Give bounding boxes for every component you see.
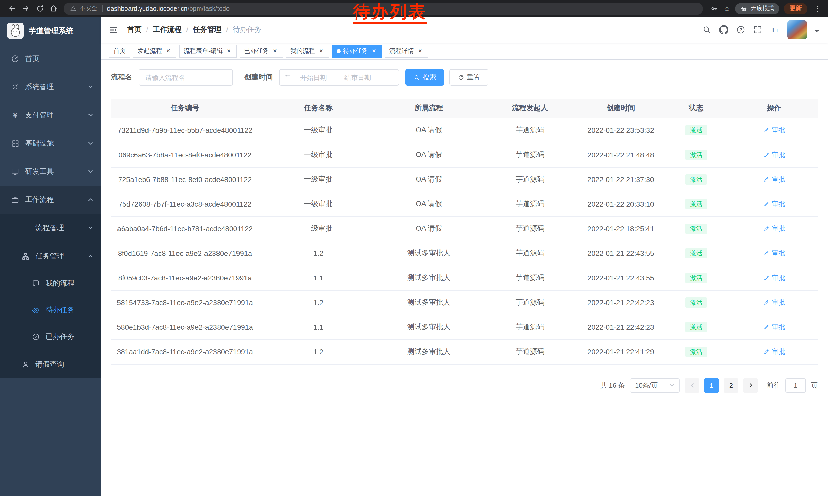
- menu-label: 流程管理: [35, 223, 64, 232]
- tab-7[interactable]: 流程详情×: [385, 44, 428, 58]
- goto-page-input[interactable]: [785, 378, 806, 393]
- url-host: dashboard.yudao.iocoder.cn: [107, 5, 188, 12]
- font-size-icon[interactable]: TT: [770, 25, 780, 35]
- github-icon[interactable]: [719, 25, 729, 34]
- password-key-icon[interactable]: [709, 2, 719, 15]
- approve-link[interactable]: 审批: [763, 298, 785, 307]
- approve-link[interactable]: 审批: [763, 126, 785, 135]
- update-button[interactable]: 更新: [784, 3, 808, 14]
- app-logo[interactable]: 芋道管理系统: [0, 17, 100, 45]
- tab-5[interactable]: 我的流程×: [286, 44, 329, 58]
- sidebar-item-process-management[interactable]: 流程管理: [0, 214, 100, 242]
- cell-starter: 芋道源码: [480, 290, 580, 315]
- incognito-badge: 无痕模式: [735, 3, 779, 14]
- tab-close-icon[interactable]: ×: [225, 47, 233, 55]
- sidebar-item-leave-query[interactable]: 请假查询: [0, 350, 100, 378]
- cell-starter: 芋道源码: [480, 192, 580, 216]
- top-navbar: 首页 / 工作流程 / 任务管理 / 待办任务 ?: [100, 17, 828, 43]
- process-name-label: 流程名: [111, 73, 132, 82]
- tab-6[interactable]: 待办任务×: [332, 44, 382, 58]
- page-size-select[interactable]: 10条/页: [630, 378, 680, 393]
- tab-close-icon[interactable]: ×: [370, 47, 378, 55]
- table-row: 381aa1dd-7ac8-11ec-a9e2-a2380e71991a1.2测…: [111, 339, 818, 364]
- page-button-1[interactable]: 1: [704, 378, 719, 393]
- cell-task-name: 一级审批: [259, 216, 378, 241]
- sidebar-item-todo-tasks[interactable]: 待办任务: [0, 297, 100, 324]
- date-range-picker[interactable]: -: [279, 69, 399, 86]
- sidebar-item-workflow[interactable]: 工作流程: [0, 186, 100, 214]
- calendar-icon: [284, 74, 291, 81]
- approve-link[interactable]: 审批: [763, 322, 785, 332]
- sidebar-item-infrastructure[interactable]: 基础设施: [0, 129, 100, 157]
- approve-link[interactable]: 审批: [763, 347, 785, 356]
- sidebar-toggle-icon[interactable]: [109, 25, 119, 35]
- range-separator: -: [334, 74, 337, 81]
- search-icon[interactable]: [702, 25, 711, 34]
- workflow-submenu: 流程管理 任务管理 我的流程: [0, 214, 100, 378]
- browser-menu-icon[interactable]: ⋮: [812, 4, 823, 13]
- cell-task-id: 381aa1dd-7ac8-11ec-a9e2-a2380e71991a: [111, 339, 259, 364]
- sidebar-item-system[interactable]: 系统管理: [0, 73, 100, 101]
- tab-close-icon[interactable]: ×: [417, 47, 424, 55]
- approve-link[interactable]: 审批: [763, 150, 785, 159]
- cell-status: 激活: [662, 118, 731, 142]
- approve-link[interactable]: 审批: [763, 199, 785, 209]
- sidebar-item-done-tasks[interactable]: 已办任务: [0, 324, 100, 350]
- browser-forward-icon[interactable]: [19, 2, 33, 15]
- sidebar-item-task-management[interactable]: 任务管理: [0, 242, 100, 270]
- browser-home-icon[interactable]: [47, 2, 60, 15]
- fullscreen-icon[interactable]: [753, 25, 762, 34]
- chevron-up-icon: [88, 197, 93, 202]
- help-question-icon[interactable]: ?: [736, 25, 745, 34]
- cell-task-name: 1.1: [259, 315, 378, 339]
- cell-create-time: 2022-01-21 22:41:29: [580, 339, 662, 364]
- next-page-button[interactable]: [743, 378, 758, 393]
- cell-action: 审批: [731, 118, 818, 142]
- edit-pen-icon: [763, 127, 770, 134]
- browser-back-icon[interactable]: [5, 2, 19, 15]
- bookmark-star-icon[interactable]: ☆: [723, 4, 731, 13]
- sidebar-item-devtools[interactable]: 研发工具: [0, 157, 100, 186]
- sidebar-item-my-process[interactable]: 我的流程: [0, 270, 100, 297]
- update-label: 更新: [790, 4, 802, 13]
- cell-status: 激活: [662, 315, 731, 339]
- breadcrumb-item[interactable]: 首页: [127, 25, 141, 34]
- cell-task-id: 725a1eb6-7b88-11ec-8ef0-acde48001122: [111, 167, 259, 192]
- tab-close-icon[interactable]: ×: [318, 47, 325, 55]
- edit-pen-icon: [763, 176, 770, 183]
- cell-status: 激活: [662, 167, 731, 192]
- approve-link[interactable]: 审批: [763, 249, 785, 258]
- start-date-input[interactable]: [293, 74, 333, 81]
- list-icon: [20, 224, 30, 232]
- user-avatar[interactable]: [787, 20, 807, 40]
- browser-refresh-icon[interactable]: [33, 2, 47, 15]
- page-button-2[interactable]: 2: [724, 378, 738, 393]
- tab-4[interactable]: 已办任务×: [240, 44, 283, 58]
- avatar-caret-down-icon[interactable]: [815, 30, 819, 34]
- end-date-input[interactable]: [338, 74, 378, 81]
- tab-close-icon[interactable]: ×: [165, 47, 172, 55]
- approve-link[interactable]: 审批: [763, 175, 785, 184]
- cell-starter: 芋道源码: [480, 315, 580, 339]
- approve-link[interactable]: 审批: [763, 273, 785, 282]
- process-name-input[interactable]: [138, 69, 233, 86]
- approve-link[interactable]: 审批: [763, 224, 785, 233]
- cell-task-name: 1.1: [259, 266, 378, 290]
- search-button[interactable]: 搜索: [405, 69, 444, 86]
- sidebar-item-payment[interactable]: ¥ 支付管理: [0, 101, 100, 129]
- prev-page-button[interactable]: [685, 378, 699, 393]
- status-badge: 激活: [686, 125, 707, 136]
- sidebar-item-home[interactable]: 首页: [0, 45, 100, 73]
- chevron-down-icon: [669, 382, 675, 388]
- tab-3[interactable]: 流程表单-编辑×: [179, 44, 237, 58]
- cell-task-name: 一级审批: [259, 118, 378, 142]
- edit-pen-icon: [763, 201, 770, 208]
- tab-close-icon[interactable]: ×: [272, 47, 279, 55]
- breadcrumb-item[interactable]: 工作流程: [153, 25, 181, 34]
- table-row: 8f059c03-7ac8-11ec-a9e2-a2380e71991a1.1测…: [111, 266, 818, 290]
- reset-button[interactable]: 重置: [449, 69, 488, 86]
- status-badge: 激活: [686, 248, 707, 259]
- breadcrumb-item[interactable]: 任务管理: [193, 25, 222, 34]
- tab-2[interactable]: 发起流程×: [133, 44, 176, 58]
- tab-1[interactable]: 首页: [109, 44, 130, 58]
